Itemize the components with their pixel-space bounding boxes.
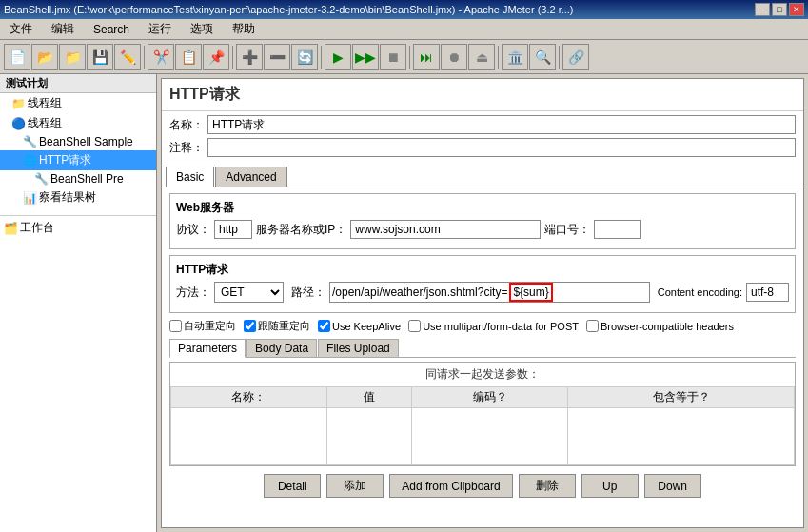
keepalive-checkbox[interactable] xyxy=(318,320,330,332)
content-area: HTTP请求 名称： 注释： Basic Advanced xyxy=(157,74,808,532)
http-request-section: HTTP请求 方法： GET POST PUT DELETE 路径： /open… xyxy=(169,255,796,313)
tab-advanced[interactable]: Advanced xyxy=(215,167,286,187)
remote-stop-button[interactable]: ⏺ xyxy=(441,44,467,70)
separator3 xyxy=(321,46,322,69)
http-panel: HTTP请求 名称： 注释： Basic Advanced xyxy=(161,78,804,528)
protocol-label: 协议： xyxy=(176,222,210,238)
title-bar-buttons: ─ □ ✕ xyxy=(755,3,804,16)
sub-tab-body-data[interactable]: Body Data xyxy=(246,339,317,357)
sidebar-item-beanshell-pre[interactable]: 🔧 BeanShell Pre xyxy=(0,170,156,187)
title-bar-text: BeanShell.jmx (E:\work\performanceTest\x… xyxy=(4,4,755,15)
sidebar-item-result-tree[interactable]: 📊 察看结果树 xyxy=(0,187,156,207)
save-button[interactable]: 💾 xyxy=(87,44,113,70)
open-button[interactable]: 📂 xyxy=(31,44,58,70)
path-text-part1: /open/api/weather/json.shtml?city= xyxy=(330,283,509,302)
open2-button[interactable]: 📁 xyxy=(59,44,86,70)
add-from-clipboard-button[interactable]: Add from Clipboard xyxy=(389,474,512,498)
paste-button[interactable]: 📌 xyxy=(203,44,229,70)
saveas-button[interactable]: ✏️ xyxy=(114,44,141,70)
help-button[interactable]: 🔍 xyxy=(529,44,556,70)
stop-button[interactable]: ⏹ xyxy=(380,44,406,70)
path-container: /open/api/weather/json.shtml?city= ${sum… xyxy=(329,282,650,303)
sub-tab-parameters[interactable]: Parameters xyxy=(169,339,246,358)
separator1 xyxy=(144,46,145,69)
close-button[interactable]: ✕ xyxy=(789,3,804,16)
maximize-button[interactable]: □ xyxy=(772,3,787,16)
params-message: 同请求一起发送参数： xyxy=(170,363,795,386)
sidebar-item-http-request[interactable]: 🌐 HTTP请求 xyxy=(0,150,156,170)
comment-input[interactable] xyxy=(207,138,796,157)
checkbox-keepalive[interactable]: Use KeepAlive xyxy=(318,320,401,332)
start-button[interactable]: ▶ xyxy=(325,44,351,70)
checkbox-follow-redirect[interactable]: 跟随重定向 xyxy=(244,319,310,333)
multipart-checkbox[interactable] xyxy=(408,320,421,332)
collapse-button[interactable]: ➖ xyxy=(264,44,290,70)
path-highlight: ${sum} xyxy=(509,283,552,302)
toolbar: 📄 📂 📁 💾 ✏️ ✂️ 📋 📌 ➕ ➖ 🔄 ▶ ▶▶ ⏹ ⏭ ⏺ ⏏ 🏛️ … xyxy=(0,40,808,74)
server-input[interactable] xyxy=(350,220,541,239)
protocol-input[interactable] xyxy=(214,220,252,239)
main-tabs: Basic Advanced xyxy=(162,165,803,187)
delete-button[interactable]: 删除 xyxy=(519,474,576,498)
menu-search[interactable]: Search xyxy=(88,22,135,37)
separator5 xyxy=(498,46,499,69)
server-label: 服务器名称或IP： xyxy=(256,222,346,238)
result-tree-icon: 📊 xyxy=(23,191,37,205)
col-name: 名称： xyxy=(171,387,327,408)
encoding-input[interactable] xyxy=(746,283,789,302)
tab-basic[interactable]: Basic xyxy=(166,167,214,187)
menu-edit[interactable]: 编辑 xyxy=(46,20,80,38)
sub-tab-files-upload[interactable]: Files Upload xyxy=(318,339,399,357)
detail-button[interactable]: Detail xyxy=(264,474,321,498)
extra-button[interactable]: 🔗 xyxy=(562,44,589,70)
content-encoding-label: Content encoding: xyxy=(658,286,742,298)
separator4 xyxy=(409,46,410,69)
menu-file[interactable]: 文件 xyxy=(4,20,38,38)
follow-redirect-checkbox[interactable] xyxy=(244,320,256,332)
port-input[interactable] xyxy=(594,220,641,239)
up-button[interactable]: Up xyxy=(581,474,639,498)
sidebar-workbench[interactable]: 🗂️ 工作台 xyxy=(0,215,156,238)
menu-options[interactable]: 选项 xyxy=(185,20,219,38)
menu-run[interactable]: 运行 xyxy=(143,20,177,38)
beanshell-sample-icon: 🔧 xyxy=(23,135,37,148)
name-input[interactable] xyxy=(207,115,796,134)
remote-start-button[interactable]: ⏭ xyxy=(413,44,440,70)
template-button[interactable]: 🏛️ xyxy=(502,44,528,70)
remote-exit-button[interactable]: ⏏ xyxy=(468,44,495,70)
title-bar: BeanShell.jmx (E:\work\performanceTest\x… xyxy=(0,0,808,19)
col-value: 值 xyxy=(326,387,412,408)
sidebar-item-thread-group1[interactable]: 📁 线程组 xyxy=(0,93,156,113)
minimize-button[interactable]: ─ xyxy=(755,3,770,16)
toggle-button[interactable]: 🔄 xyxy=(291,44,318,70)
thread-group1-icon: 📁 xyxy=(11,97,26,110)
main-container: 测试计划 📁 线程组 🔵 线程组 🔧 BeanShell Sample 🌐 HT… xyxy=(0,74,808,532)
panel-title: HTTP请求 xyxy=(162,79,803,111)
add-button[interactable]: 添加 xyxy=(326,474,384,498)
method-path-row: 方法： GET POST PUT DELETE 路径： /open/api/we… xyxy=(176,282,789,303)
web-server-section: Web服务器 协议： 服务器名称或IP： 端口号： xyxy=(169,193,796,249)
down-button[interactable]: Down xyxy=(644,474,701,498)
menu-bar: 文件 编辑 Search 运行 选项 帮助 xyxy=(0,19,808,40)
startnopauses-button[interactable]: ▶▶ xyxy=(352,44,379,70)
empty-row xyxy=(171,408,795,465)
panel-form: 名称： 注释： xyxy=(162,111,803,165)
menu-help[interactable]: 帮助 xyxy=(227,20,261,38)
sidebar-item-beanshell-sample[interactable]: 🔧 BeanShell Sample xyxy=(0,133,156,150)
checkbox-multipart[interactable]: Use multipart/form-data for POST xyxy=(408,320,579,332)
web-server-row: 协议： 服务器名称或IP： 端口号： xyxy=(176,220,789,239)
tab-basic-content: Web服务器 协议： 服务器名称或IP： 端口号： HTTP请求 方 xyxy=(162,187,803,507)
auto-redirect-checkbox[interactable] xyxy=(169,320,182,332)
copy-button[interactable]: 📋 xyxy=(175,44,202,70)
browser-compat-checkbox[interactable] xyxy=(586,320,599,332)
checkbox-auto-redirect[interactable]: 自动重定向 xyxy=(169,319,236,333)
cut-button[interactable]: ✂️ xyxy=(148,44,174,70)
name-label: 名称： xyxy=(169,117,204,133)
checkboxes-row: 自动重定向 跟随重定向 Use KeepAlive Use multipart/… xyxy=(169,319,796,333)
method-select[interactable]: GET POST PUT DELETE xyxy=(214,282,284,303)
new-button[interactable]: 📄 xyxy=(4,44,30,70)
expand-button[interactable]: ➕ xyxy=(236,44,263,70)
col-include: 包含等于？ xyxy=(568,387,795,408)
sidebar-item-thread-group2[interactable]: 🔵 线程组 xyxy=(0,113,156,133)
checkbox-browser-compat[interactable]: Browser-compatible headers xyxy=(586,320,734,332)
